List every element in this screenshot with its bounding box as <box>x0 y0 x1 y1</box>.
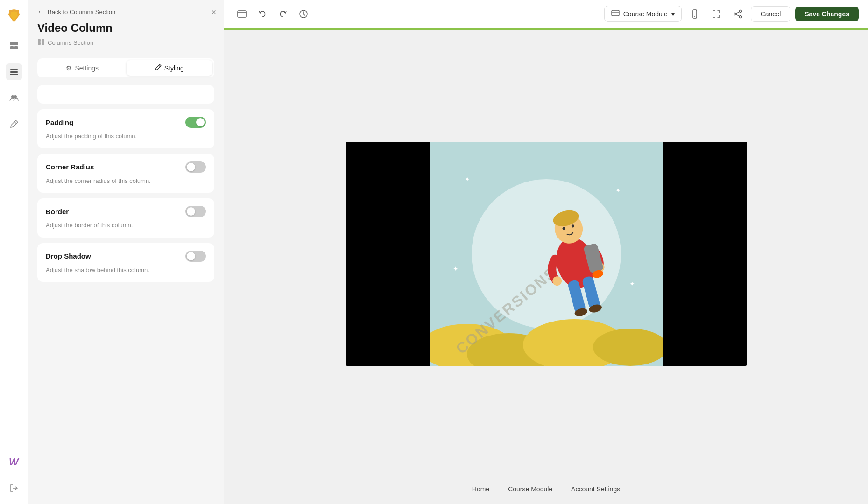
video-black-right <box>663 142 747 366</box>
cancel-button[interactable]: Cancel <box>751 6 791 22</box>
undo-icon[interactable] <box>254 6 271 22</box>
star-4: ✦ <box>453 265 459 273</box>
section-name-label: Columns Section <box>48 39 93 46</box>
svg-rect-13 <box>42 39 44 42</box>
svg-line-28 <box>736 14 740 16</box>
settings-tab-label: Settings <box>75 64 99 72</box>
border-toggle[interactable] <box>185 206 206 217</box>
star-1: ✦ <box>465 175 470 183</box>
corner-radius-row: Corner Radius <box>46 161 206 173</box>
close-button[interactable]: × <box>211 7 216 17</box>
padding-toggle[interactable] <box>185 117 206 128</box>
mobile-view-icon[interactable] <box>686 6 703 22</box>
svg-rect-20 <box>612 10 619 16</box>
video-bg: ✦ ✦ ✦ ✦ CON <box>430 142 663 366</box>
padding-desc: Adjust the padding of this column. <box>46 132 206 141</box>
corner-radius-title: Corner Radius <box>46 163 94 171</box>
svg-point-24 <box>739 10 741 12</box>
tab-bar: ⚙ Settings Styling <box>37 58 214 77</box>
border-desc: Adjust the border of this column. <box>46 221 206 230</box>
module-selector[interactable]: Course Module ▾ <box>604 6 682 22</box>
svg-rect-12 <box>38 39 41 42</box>
layout-view-icon[interactable] <box>233 6 250 22</box>
section-label: Columns Section <box>37 38 214 47</box>
svg-rect-14 <box>38 42 41 45</box>
padding-row: Padding <box>46 117 206 128</box>
icon-rail: W <box>0 0 28 504</box>
toolbar-right: Course Module ▾ <box>604 6 859 22</box>
svg-line-27 <box>736 12 740 14</box>
back-link-label: Back to Columns Section <box>48 8 115 15</box>
drop-shadow-toggle[interactable] <box>185 251 206 262</box>
setting-card-top <box>37 85 214 104</box>
corner-radius-toggle[interactable] <box>185 161 206 173</box>
padding-title: Padding <box>46 119 73 126</box>
svg-point-23 <box>694 16 695 17</box>
save-button[interactable]: Save Changes <box>795 7 859 21</box>
layout-icon[interactable] <box>6 37 22 54</box>
svg-point-8 <box>11 95 14 98</box>
panel-header: ← Back to Columns Section × Video Column… <box>28 0 224 53</box>
panel-content: Padding Adjust the padding of this colum… <box>28 77 224 504</box>
svg-rect-15 <box>42 42 44 45</box>
people-icon[interactable] <box>6 90 22 106</box>
video-black-left <box>346 142 430 366</box>
layers-icon[interactable] <box>6 63 22 80</box>
share-icon[interactable] <box>729 6 746 22</box>
main-area: Course Module ▾ <box>224 0 868 504</box>
svg-rect-2 <box>14 42 18 45</box>
setting-card-padding: Padding Adjust the padding of this colum… <box>37 109 214 148</box>
drop-shadow-title: Drop Shadow <box>46 252 91 260</box>
drop-shadow-row: Drop Shadow <box>46 251 206 262</box>
border-row: Border <box>46 206 206 217</box>
panel-title: Video Column <box>37 21 113 35</box>
brush-icon[interactable] <box>6 116 22 133</box>
svg-point-26 <box>739 15 741 18</box>
svg-line-16 <box>159 65 160 67</box>
logout-icon[interactable] <box>6 480 22 497</box>
canvas-content: ✦ ✦ ✦ ✦ CON <box>224 30 868 478</box>
tab-settings[interactable]: ⚙ Settings <box>39 60 126 76</box>
svg-point-9 <box>14 95 17 98</box>
canvas-area: ✦ ✦ ✦ ✦ CON <box>224 28 868 504</box>
cloud-4 <box>593 329 663 366</box>
corner-radius-desc: Adjust the corner radius of this column. <box>46 176 206 186</box>
styling-tab-icon <box>155 64 162 72</box>
video-preview: ✦ ✦ ✦ ✦ CON <box>346 142 747 366</box>
tab-styling[interactable]: Styling <box>127 60 213 76</box>
svg-rect-5 <box>10 69 18 70</box>
expand-icon[interactable] <box>708 6 725 22</box>
svg-point-25 <box>734 13 736 15</box>
svg-line-10 <box>14 122 16 124</box>
nav-home[interactable]: Home <box>472 485 489 493</box>
video-main: ✦ ✦ ✦ ✦ CON <box>430 142 663 366</box>
side-panel: ← Back to Columns Section × Video Column… <box>28 0 224 504</box>
bottom-nav: Home Course Module Account Settings <box>472 478 620 504</box>
settings-tab-icon: ⚙ <box>66 64 72 72</box>
back-link[interactable]: ← Back to Columns Section <box>37 7 214 16</box>
star-2: ✦ <box>615 187 621 194</box>
nav-course-module[interactable]: Course Module <box>508 485 552 493</box>
w-brand-icon: W <box>6 454 22 470</box>
styling-tab-label: Styling <box>164 64 184 72</box>
border-title: Border <box>46 208 69 216</box>
svg-rect-4 <box>14 46 18 49</box>
module-chevron-icon: ▾ <box>671 10 675 18</box>
history-icon[interactable] <box>295 6 312 22</box>
toolbar-left <box>233 6 600 22</box>
panel-title-row: Video Column <box>37 21 214 35</box>
svg-rect-17 <box>238 11 246 17</box>
module-label: Course Module <box>623 10 668 18</box>
setting-card-border: Border Adjust the border of this column. <box>37 198 214 238</box>
drop-shadow-desc: Adjust the shadow behind this column. <box>46 266 206 275</box>
setting-card-corner-radius: Corner Radius Adjust the corner radius o… <box>37 154 214 193</box>
svg-rect-6 <box>10 71 18 73</box>
app-logo <box>6 7 22 24</box>
svg-rect-3 <box>10 46 14 49</box>
redo-icon[interactable] <box>275 6 291 22</box>
section-icon <box>37 38 45 47</box>
setting-card-drop-shadow: Drop Shadow Adjust the shadow behind thi… <box>37 243 214 282</box>
nav-account-settings[interactable]: Account Settings <box>571 485 620 493</box>
svg-rect-1 <box>10 42 14 45</box>
toolbar: Course Module ▾ <box>224 0 868 28</box>
